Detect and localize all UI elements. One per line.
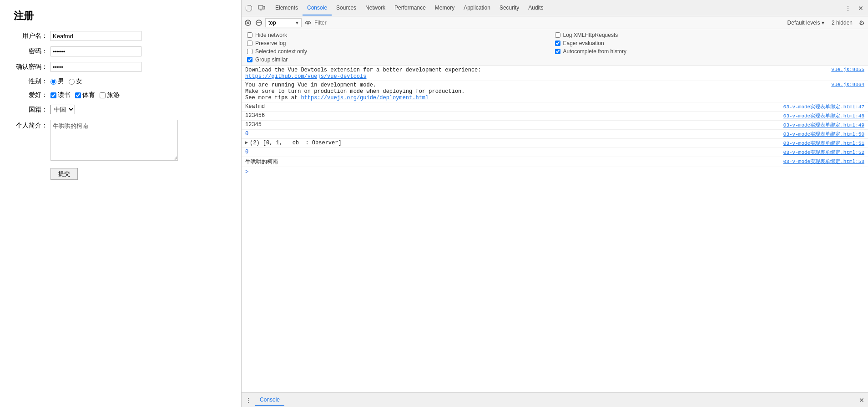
src-12345[interactable]: 03-v-mode实现表单绑定.html:49	[783, 122, 864, 128]
group-similar-label: Group similar	[255, 56, 288, 63]
vue-devtools-source[interactable]: vue.js:9055	[831, 67, 864, 72]
clear-console-icon[interactable]	[243, 18, 252, 27]
src-0-second[interactable]: 03-v-mode实现表单绑定.html:52	[783, 149, 864, 156]
confirm-input[interactable]	[50, 62, 141, 72]
hobby-travel-checkbox[interactable]	[100, 92, 106, 98]
vuejs-deployment-link[interactable]: https://vuejs.org/guide/deployment.html	[301, 95, 429, 101]
submit-button[interactable]: 提交	[50, 168, 78, 180]
settings-icon[interactable]: ⚙	[857, 18, 866, 27]
hobby-reading-label[interactable]: 读书	[50, 91, 71, 99]
close-bottom-icon[interactable]: ✕	[859, 397, 864, 404]
msg-12345: 12345	[245, 122, 780, 128]
msg-0-second: 0	[245, 149, 780, 155]
bottom-dots-icon[interactable]: ⋮	[245, 397, 252, 404]
inspect-icon[interactable]	[243, 3, 254, 14]
password-input[interactable]	[50, 46, 141, 56]
context-value: top	[268, 20, 276, 26]
prompt-arrow-icon: >	[245, 169, 248, 175]
gender-row: 性别： 男 女	[14, 77, 227, 86]
vue-dev-source[interactable]: vue.js:9064	[831, 82, 864, 87]
gender-female-label[interactable]: 女	[69, 77, 82, 86]
options-left: Hide network Preserve log Selected conte…	[247, 32, 555, 63]
devtools-bottom: ⋮ Console ✕	[242, 392, 868, 407]
form-title: 注册	[14, 9, 227, 23]
filter-input[interactable]	[314, 18, 783, 27]
devtools-icons	[243, 3, 267, 14]
eager-eval-checkbox[interactable]	[555, 41, 560, 46]
hobby-row: 爱好： 读书 体育 旅游	[14, 91, 227, 99]
tab-performance[interactable]: Performance	[390, 1, 430, 15]
tab-memory[interactable]: Memory	[430, 1, 459, 15]
console-message-vue-dev: You are running Vue in development mode.…	[242, 81, 868, 102]
console-message-123456: 123456 03-v-mode实现表单绑定.html:48	[242, 112, 868, 121]
src-123456[interactable]: 03-v-mode实现表单绑定.html:48	[783, 112, 864, 119]
tab-elements[interactable]: Elements	[271, 1, 303, 15]
tab-console[interactable]: Console	[303, 1, 332, 15]
hide-network-label: Hide network	[255, 32, 287, 38]
country-row: 国籍： 中国 美国 英国	[14, 105, 227, 114]
gender-label: 性别：	[14, 77, 48, 86]
console-message-12345: 12345 03-v-mode实现表单绑定.html:49	[242, 121, 868, 130]
vue-dev-text: You are running Vue in development mode.…	[245, 82, 828, 101]
msg-array: (2) [0, 1, __ob__: Observer]	[250, 140, 780, 146]
default-levels[interactable]: Default levels ▾	[785, 20, 827, 26]
hobby-sports-label[interactable]: 体育	[75, 91, 95, 99]
hide-network-checkbox[interactable]	[247, 32, 252, 38]
username-label: 用户名：	[14, 32, 48, 40]
hobby-reading-checkbox[interactable]	[50, 92, 56, 98]
selected-context-checkbox[interactable]	[247, 49, 252, 54]
group-similar-checkbox[interactable]	[247, 57, 252, 62]
svg-rect-0	[258, 5, 263, 9]
eager-eval-label: Eager evaluation	[563, 40, 604, 46]
console-message-vue-devtools: Download the Vue Devtools extension for …	[242, 66, 868, 81]
gender-male-radio[interactable]	[50, 79, 56, 85]
close-devtools-icon[interactable]: ✕	[855, 3, 866, 14]
tab-application[interactable]: Application	[459, 1, 495, 15]
country-select[interactable]: 中国 美国 英国	[50, 105, 75, 114]
eye-icon[interactable]	[303, 18, 313, 27]
confirm-label: 确认密码：	[14, 63, 48, 71]
src-0-first[interactable]: 03-v-mode实现表单绑定.html:50	[783, 131, 864, 137]
hobby-travel-label[interactable]: 旅游	[100, 91, 120, 99]
gender-female-radio[interactable]	[69, 79, 75, 85]
tab-audits[interactable]: Audits	[524, 1, 548, 15]
keafmd-source[interactable]: 03-v-mode实现表单绑定.html:47	[783, 103, 864, 110]
console-message-0-first: 0 03-v-mode实现表单绑定.html:50	[242, 130, 868, 139]
bottom-tab-console[interactable]: Console	[255, 395, 284, 406]
autocomplete-checkbox[interactable]	[555, 49, 560, 54]
option-autocomplete: Autocomplete from history	[555, 48, 863, 55]
bottom-tabs: Console	[255, 395, 284, 406]
selected-context-label: Selected context only	[255, 48, 307, 55]
option-log-xhr: Log XMLHttpRequests	[555, 32, 863, 38]
bio-row: 个人简介： 牛哄哄的柯南	[14, 120, 227, 161]
username-input[interactable]	[50, 31, 141, 41]
gender-male-label[interactable]: 男	[50, 77, 64, 86]
vue-devtools-link[interactable]: https://github.com/vuejs/vue-devtools	[245, 73, 366, 80]
option-eager-eval: Eager evaluation	[555, 40, 863, 46]
tab-security[interactable]: Security	[495, 1, 524, 15]
preserve-log-checkbox[interactable]	[247, 41, 252, 46]
tab-more: ⋮ ✕	[843, 3, 866, 14]
log-xhr-label: Log XMLHttpRequests	[563, 32, 618, 38]
devtools-panel: Elements Console Sources Network Perform…	[241, 0, 868, 407]
bio-textarea[interactable]: 牛哄哄的柯南	[50, 120, 178, 161]
more-tabs-icon[interactable]: ⋮	[843, 3, 853, 14]
tab-sources[interactable]: Sources	[332, 1, 361, 15]
console-input[interactable]	[251, 169, 864, 175]
vue-devtools-text: Download the Vue Devtools extension for …	[245, 67, 828, 80]
src-bio[interactable]: 03-v-mode实现表单绑定.html:53	[783, 158, 864, 165]
array-expand-icon[interactable]: ▶	[245, 140, 248, 145]
block-network-icon[interactable]	[254, 18, 263, 27]
console-message-0-second: 0 03-v-mode实现表单绑定.html:52	[242, 148, 868, 157]
password-row: 密码：	[14, 46, 227, 56]
preserve-log-label: Preserve log	[255, 40, 286, 46]
option-preserve-log: Preserve log	[247, 40, 555, 46]
hobby-sports-checkbox[interactable]	[75, 92, 81, 98]
log-xhr-checkbox[interactable]	[555, 32, 560, 38]
src-array[interactable]: 03-v-mode实现表单绑定.html:51	[783, 140, 864, 147]
tab-network[interactable]: Network	[361, 1, 390, 15]
option-group-similar: Group similar	[247, 56, 555, 63]
context-selector[interactable]: top ▾	[265, 18, 302, 27]
device-icon[interactable]	[256, 3, 267, 14]
console-message-bio: 牛哄哄的柯南 03-v-mode实现表单绑定.html:53	[242, 157, 868, 167]
